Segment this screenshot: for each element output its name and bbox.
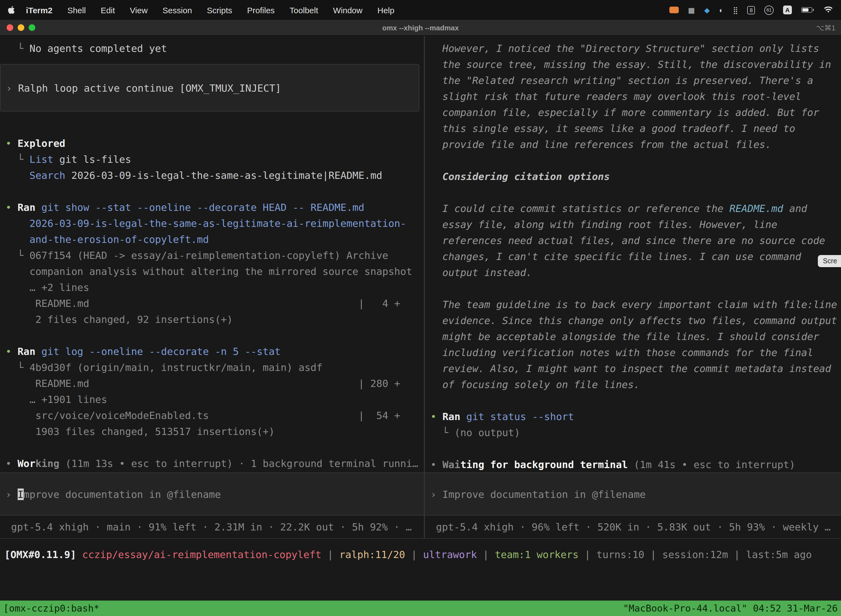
text-segment: … +2 lines xyxy=(6,282,89,293)
terminal-line: companion file, especially if more comme… xyxy=(431,104,841,120)
text-segment: README.md | 280 + xyxy=(6,378,400,389)
text-segment: 2026-03-09-is-legal-the-same-as-legitima… xyxy=(65,169,382,181)
wifi-icon[interactable] xyxy=(823,6,833,14)
left-prompt-input[interactable]: › Improve documentation in @filename xyxy=(0,472,424,516)
menu-item-iterm2[interactable]: iTerm2 xyxy=(26,5,53,15)
menu-item-view[interactable]: View xyxy=(130,5,148,15)
terminal-line: The team guideline is to back every impo… xyxy=(431,296,841,312)
terminal-line: • Waiting for background terminal (1m 41… xyxy=(431,456,841,472)
text-segment: changes, I can't cite specific file line… xyxy=(431,251,801,262)
text-segment: | xyxy=(477,549,495,560)
terminal-line: output instead. xyxy=(431,264,841,280)
window-title: omx --xhigh --madmax xyxy=(382,23,459,32)
text-segment: 2 files changed, 92 insertions(+) xyxy=(6,314,233,325)
keypad-8-icon[interactable]: 8 xyxy=(747,6,755,14)
text-segment: › xyxy=(6,488,18,500)
text-segment: companion analysis without altering the … xyxy=(6,265,412,277)
terminal-line: However, I noticed the "Directory Struct… xyxy=(431,40,841,56)
text-segment: List xyxy=(29,154,54,165)
menu-item-toolbelt[interactable]: Toolbelt xyxy=(290,5,318,15)
text-segment: the "Related research writing" section i… xyxy=(431,75,813,86)
input-source-icon[interactable]: A xyxy=(783,6,792,14)
terminal-line: of focusing solely on file lines. xyxy=(431,377,841,392)
text-segment: essay file, along with finding root file… xyxy=(431,219,777,230)
left-pane-scrollback[interactable]: └ No agents completed yet › Ralph loop a… xyxy=(0,36,424,472)
left-pane-status-line: gpt-5.4 xhigh · main · 91% left · 2.31M … xyxy=(0,516,424,538)
terminal-line: README.md | 280 + xyxy=(6,375,424,392)
right-prompt-input[interactable]: › Improve documentation in @filename xyxy=(425,472,841,516)
apple-menu[interactable] xyxy=(8,6,15,14)
tmux-status-bar: [omx-cczip0:bash* "MacBook-Pro-44.local"… xyxy=(0,601,841,616)
terminal-line xyxy=(431,153,841,168)
minimize-button[interactable] xyxy=(18,24,24,31)
blue-diamond-icon[interactable]: ◆ xyxy=(704,6,710,14)
terminal-line: including verification notes with those … xyxy=(431,345,841,361)
text-segment: Wai xyxy=(442,459,460,470)
menu-item-session[interactable]: Session xyxy=(163,5,192,15)
right-pane: However, I noticed the "Directory Struct… xyxy=(425,36,841,538)
terminal-line xyxy=(6,439,424,455)
battery-percent-icon[interactable]: 61 xyxy=(764,5,774,15)
text-segment: and xyxy=(783,202,807,214)
text-segment: cczip/essay/ai-reimplementation-copyleft xyxy=(82,549,321,560)
text-segment: • xyxy=(6,138,18,149)
text-segment: this single essay, it seems like a good … xyxy=(431,123,795,134)
close-button[interactable] xyxy=(7,24,13,31)
text-segment: … +1901 lines xyxy=(6,393,107,405)
window-controls xyxy=(7,20,35,35)
zoom-button[interactable] xyxy=(29,24,35,31)
text-segment: git log --oneline --decorate -n 5 --stat xyxy=(35,346,281,357)
text-segment: the source tree, missing the essay. Stil… xyxy=(431,59,831,70)
text-segment: gpt-5.4 xhigh · main · 91% left · 2.31M … xyxy=(11,521,412,532)
terminal-line: • Ran git status --short xyxy=(431,408,841,424)
text-segment: and-the-erosion-of-copyleft.md xyxy=(6,233,209,245)
terminal-line: 2 files changed, 92 insertions(+) xyxy=(6,311,424,327)
text-segment: king xyxy=(35,458,59,469)
terminal-line: evidence. Since this change only affects… xyxy=(431,312,841,329)
terminal-line: └ (no output) xyxy=(431,424,841,440)
text-segment: | xyxy=(321,549,339,560)
omx-status-bar: [OMX#0.11.9] cczip/essay/ai-reimplementa… xyxy=(0,538,841,601)
window-title-bar[interactable]: omx --xhigh --madmax ⌥⌘1 xyxy=(0,20,841,36)
text-segment: ralph:11/20 xyxy=(339,549,405,560)
text-segment: Ran xyxy=(18,346,35,357)
text-segment: might be acceptable alongside the file l… xyxy=(431,331,819,342)
menu-item-scripts[interactable]: Scripts xyxy=(207,5,232,15)
text-segment: › Improve documentation in @filename xyxy=(431,488,646,500)
terminal-line: I could cite commit statistics or refere… xyxy=(431,200,841,216)
left-pane-top-lines: └ No agents completed yet xyxy=(0,40,424,56)
text-segment: evidence. Since this change only affects… xyxy=(431,315,837,326)
right-pane-scrollback[interactable]: However, I noticed the "Directory Struct… xyxy=(425,36,841,472)
terminal-line: Search 2026-03-09-is-legal-the-same-as-l… xyxy=(6,167,424,183)
terminal-line: might be acceptable alongside the file l… xyxy=(431,329,841,345)
text-segment: git status --short xyxy=(460,411,574,422)
terminal-line: README.md | 4 + xyxy=(6,295,424,311)
text-segment: references need actual files, and since … xyxy=(431,235,825,246)
text-segment: of focusing solely on file lines. xyxy=(431,378,640,390)
terminal-line: review. Also, I might want to inspect th… xyxy=(431,361,841,377)
text-segment: └ 4b9d30f (origin/main, instructkr/main,… xyxy=(6,362,322,373)
apple-icon xyxy=(8,6,15,14)
tmux-session-label: [omx-cczip0:bash* xyxy=(3,603,99,614)
grid-icon[interactable]: ▦ xyxy=(688,6,695,14)
text-segment: └ xyxy=(6,43,29,54)
terminal-line: essay file, along with finding root file… xyxy=(431,216,841,232)
text-segment: (1m 41s • esc to interrupt) xyxy=(628,459,795,470)
text-segment: [OMX#0.11.9] xyxy=(4,549,82,560)
text-segment: Explored xyxy=(18,138,65,149)
menu-item-edit[interactable]: Edit xyxy=(101,5,115,15)
contrast-icon[interactable]: ◐ xyxy=(719,6,724,14)
menu-item-shell[interactable]: Shell xyxy=(67,5,86,15)
menu-item-profiles[interactable]: Profiles xyxy=(247,5,275,15)
terminal-line xyxy=(431,392,841,408)
terminal-line: … +2 lines xyxy=(6,279,424,295)
menu-item-window[interactable]: Window xyxy=(333,5,363,15)
screen-edge-overlay[interactable]: Scre xyxy=(818,255,841,267)
menu-item-help[interactable]: Help xyxy=(378,5,394,15)
terminal-line: • Working (11m 13s • esc to interrupt) ·… xyxy=(6,455,424,471)
dots-grid-icon[interactable]: ⣿ xyxy=(733,6,738,14)
battery-icon[interactable] xyxy=(801,7,814,13)
terminal-line: └ 067f154 (HEAD -> essay/ai-reimplementa… xyxy=(6,247,424,263)
terminal-line xyxy=(6,327,424,343)
screen-recording-indicator[interactable] xyxy=(670,7,679,13)
